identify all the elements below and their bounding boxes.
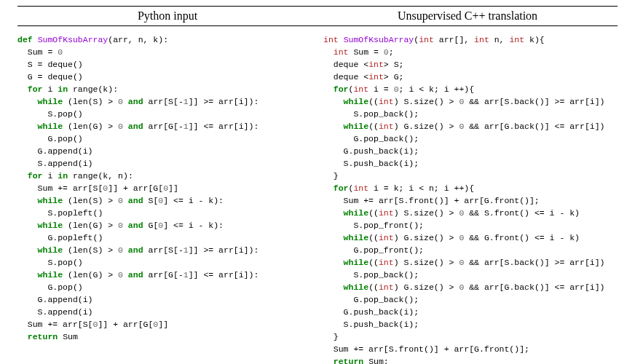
cpp-while-6: while [344,282,369,292]
py-l12c: range(k, n): [68,171,133,181]
py-l20n: 0 [118,270,123,280]
py-l6c [123,97,128,106]
cpp-int-5: int [334,47,349,57]
cpp-l6c: ) S.size() > [394,97,460,106]
py-l18d: ]] >= arr[i]): [189,245,259,255]
cpp-int-1: int [323,35,339,44]
cpp-l5n: 0 [394,84,399,94]
kw-return-cpp: return [334,357,363,364]
py-l5a [17,84,28,94]
cpp-int-6: int [368,60,384,69]
py-l25a [17,332,28,341]
kw-in-1: in [58,84,68,94]
py-l8a [17,122,38,131]
fn-name-cpp: SumOfKsubArray [344,35,414,44]
py-l20c2 [123,270,128,280]
cpp-l9: G.pop_back(); [323,134,419,143]
cpp-for-2: for [334,183,349,193]
code-row: def SumOfKsubArray(arr, n, k): Sum = 0 S… [17,26,618,364]
py-l18b: (len(S) > [63,245,118,255]
cpp-l8d: && arr[G.back()] <= arr[i]) [464,122,604,131]
fn-name-py: SumOfKsubArray [38,35,109,44]
py-l23: S.append(i) [17,307,93,317]
cpp-l21a [323,282,344,292]
cpp-int-15: int [379,282,394,292]
py-l20b: (len(G) > [63,270,118,280]
cpp-l19b: (( [368,258,379,267]
cpp-l8a [323,122,344,131]
py-l13c: ]] [168,183,178,193]
py-l7: S.pop() [17,109,83,119]
py-l6a [17,97,38,106]
cpp-l5d: ; i < k; i ++){ [399,84,475,94]
cpp-l25: } [323,332,339,341]
cpp-l19a [323,258,344,267]
py-l13a: Sum += arr[S[ [17,183,103,193]
cpp-l17d: && G.front() <= i - k) [464,233,580,242]
cpp-l2n: 0 [384,47,389,57]
cpp-l17a [323,233,344,242]
py-l16b: (len(G) > [63,221,118,230]
py-l10: G.append(i) [17,146,93,156]
cpp-l6d: && arr[S.back()] >= arr[i]) [464,97,604,106]
cpp-int-14: int [379,258,394,267]
cpp-l6a [323,97,344,106]
cpp-int-2: int [419,35,434,44]
py-l14n: 0 [118,196,123,205]
py-l18n2: 1 [184,245,189,255]
py-l19: S.pop() [17,258,83,267]
cpp-sigc: n, [489,35,510,44]
kw-and-1: and [128,97,143,106]
cpp-int-4: int [509,35,524,44]
cpp-l8b: (( [368,122,379,131]
python-code: def SumOfKsubArray(arr, n, k): Sum = 0 S… [17,33,318,364]
kw-def: def [17,35,33,44]
py-l16d: ] <= i - k): [163,221,224,230]
kw-return-py: return [28,332,58,341]
py-l8c: arr[G[- [143,122,184,131]
kw-and-6: and [128,270,143,280]
cpp-code: int SumOfKsubArray(int arr[], int n, int… [318,33,618,364]
cpp-while-2: while [344,122,369,131]
py-l24b: ]] + arr[G[ [98,320,153,329]
kw-while-6: while [38,270,63,280]
cpp-for-1: for [334,84,349,94]
py-l20d: ]] <= arr[i]): [189,270,259,280]
header-left: Python input [17,9,318,23]
py-l16a [17,221,38,230]
cpp-l21d: && arr[G.back()] <= arr[i]) [464,282,604,292]
cpp-l7: S.pop_back(); [323,109,419,119]
cpp-l10: G.push_back(i); [323,146,419,156]
kw-and-2: and [128,122,143,131]
cpp-l20: S.pop_back(); [323,270,419,280]
cpp-l2b: Sum = [349,47,384,57]
py-l8b: (len(G) > [63,122,118,131]
kw-while-4: while [38,221,63,230]
cpp-l11: S.push_back(i); [323,159,419,168]
cpp-l26: Sum += arr[S.front()] + arr[G.front()]; [323,344,529,354]
cpp-int-12: int [379,208,394,218]
py-l16c2 [123,221,128,230]
py-l16n: 0 [118,221,123,230]
cpp-l4b: > G; [384,72,404,82]
py-l18a [17,245,38,255]
py-l8n2: 1 [184,122,189,131]
cpp-l18: G.pop_front(); [323,245,424,255]
cpp-l8c: ) G.size() > [394,122,460,131]
py-l20c: arr[G[- [143,270,184,280]
py-l14b: (len(S) > [63,196,118,205]
cpp-l3a: deque < [323,60,368,69]
cpp-l15c: ) S.size() > [394,208,460,218]
py-l16c: G[ [143,221,159,230]
kw-and-3: and [128,196,143,205]
cpp-l19d: && arr[S.back()] >= arr[i]) [464,258,604,267]
py-l24c: ]] [158,320,168,329]
py-l24a: Sum += arr[S[ [17,320,93,329]
cpp-l3b: > S; [384,60,404,69]
cpp-while-4: while [344,233,369,242]
py-l18c: arr[S[- [143,245,184,255]
cpp-l27b: Sum; [363,357,389,364]
py-l8n: 0 [118,122,123,131]
cpp-int-3: int [474,35,489,44]
py-l25b: Sum [58,332,78,341]
